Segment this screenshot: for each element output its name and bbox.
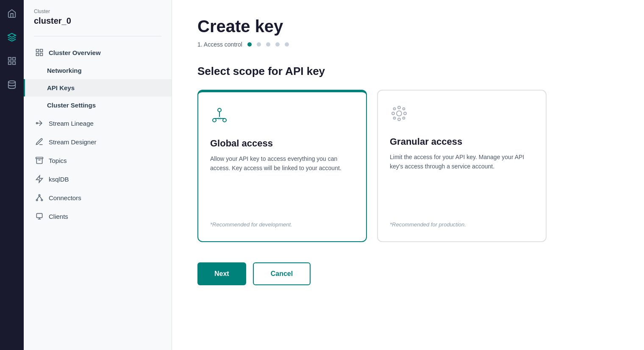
svg-point-14 xyxy=(39,195,40,196)
wizard-dot-4 xyxy=(275,42,280,47)
svg-rect-8 xyxy=(36,53,39,56)
svg-point-31 xyxy=(398,106,400,109)
sidebar-item-label: Stream Lineage xyxy=(49,120,94,127)
svg-rect-7 xyxy=(40,50,43,52)
sidebar-item-label: Networking xyxy=(47,67,82,74)
svg-point-37 xyxy=(394,117,396,119)
home-icon[interactable] xyxy=(5,7,19,20)
main-content: Create key 1. Access control Select scop… xyxy=(172,0,644,350)
svg-point-38 xyxy=(403,117,405,119)
global-access-card[interactable]: Global access Allow your API key to acce… xyxy=(197,90,367,242)
svg-point-24 xyxy=(223,119,226,122)
scope-cards: Global access Allow your API key to acce… xyxy=(197,90,619,242)
svg-point-23 xyxy=(213,119,216,122)
sidebar-item-connectors[interactable]: Connectors xyxy=(24,188,172,207)
svg-marker-0 xyxy=(8,33,16,37)
sidebar-nav: Cluster Overview Networking API Keys Clu… xyxy=(24,43,172,226)
sidebar-item-label: ksqlDB xyxy=(49,176,69,183)
topics-icon xyxy=(35,156,44,165)
sidebar-item-label: Topics xyxy=(49,157,67,164)
sidebar-item-label: Connectors xyxy=(49,194,81,201)
icon-rail xyxy=(0,0,24,350)
cancel-button[interactable]: Cancel xyxy=(253,262,311,285)
page-title: Create key xyxy=(197,17,619,36)
svg-rect-19 xyxy=(36,213,42,218)
sidebar-item-stream-designer[interactable]: Stream Designer xyxy=(24,132,172,151)
svg-rect-6 xyxy=(36,50,39,52)
sidebar-item-ksqldb[interactable]: ksqlDB xyxy=(24,170,172,188)
sidebar-item-networking[interactable]: Networking xyxy=(24,62,172,79)
grid-icon xyxy=(35,48,44,57)
wizard-step-label: 1. Access control xyxy=(197,41,242,48)
scope-title: Select scope for API key xyxy=(197,65,619,78)
sidebar-item-api-keys[interactable]: API Keys xyxy=(24,79,172,96)
sidebar-item-label: API Keys xyxy=(47,84,75,91)
global-access-icon xyxy=(210,106,354,126)
sidebar-item-label: Stream Designer xyxy=(49,138,97,146)
svg-rect-2 xyxy=(13,58,15,60)
granular-access-rec: *Recommended for production. xyxy=(390,221,534,228)
sidebar-item-stream-lineage[interactable]: Stream Lineage xyxy=(24,114,172,132)
next-button[interactable]: Next xyxy=(197,262,246,285)
sidebar-item-label: Cluster Settings xyxy=(47,102,96,109)
clients-icon xyxy=(35,212,44,220)
global-access-title: Global access xyxy=(210,138,354,149)
svg-point-36 xyxy=(403,108,405,110)
svg-point-33 xyxy=(392,112,394,115)
sidebar-item-label: Cluster Overview xyxy=(49,49,101,56)
svg-marker-13 xyxy=(36,176,43,183)
lineage-icon xyxy=(35,119,44,127)
svg-rect-11 xyxy=(36,157,43,159)
svg-rect-9 xyxy=(40,53,43,56)
svg-point-34 xyxy=(404,112,406,115)
sidebar-item-cluster-settings[interactable]: Cluster Settings xyxy=(24,96,172,114)
granular-access-title: Granular access xyxy=(390,136,534,147)
svg-rect-3 xyxy=(8,62,11,64)
wizard-dot-2 xyxy=(257,42,261,47)
database-icon[interactable] xyxy=(5,78,19,91)
sidebar: Cluster cluster_0 Cluster Overview Netwo… xyxy=(24,0,172,350)
granular-access-desc: Limit the access for your API key. Manag… xyxy=(390,152,534,211)
global-access-rec: *Recommended for development. xyxy=(210,221,354,228)
svg-point-5 xyxy=(8,81,16,83)
svg-point-15 xyxy=(36,199,38,201)
cluster-name: cluster_0 xyxy=(24,16,172,33)
sidebar-item-clients[interactable]: Clients xyxy=(24,207,172,226)
cluster-label: Cluster xyxy=(24,8,172,16)
layers-icon[interactable] xyxy=(5,30,19,44)
designer-icon xyxy=(35,138,44,146)
svg-rect-1 xyxy=(8,58,11,60)
svg-rect-4 xyxy=(13,62,15,64)
wizard-dot-1 xyxy=(247,42,252,47)
svg-point-35 xyxy=(394,108,396,110)
svg-point-30 xyxy=(397,111,402,116)
svg-point-32 xyxy=(398,118,400,121)
svg-line-17 xyxy=(37,196,39,199)
wizard-dot-3 xyxy=(266,42,270,47)
wizard-dot-5 xyxy=(285,42,289,47)
sidebar-divider xyxy=(34,36,161,36)
sidebar-item-cluster-overview[interactable]: Cluster Overview xyxy=(24,43,172,62)
svg-point-16 xyxy=(41,199,42,201)
svg-line-18 xyxy=(39,196,42,199)
ksql-icon xyxy=(35,175,44,183)
granular-access-card[interactable]: Granular access Limit the access for you… xyxy=(377,90,547,242)
roadmap-icon[interactable] xyxy=(5,54,19,68)
connectors-icon xyxy=(35,193,44,202)
global-access-desc: Allow your API key to access everything … xyxy=(210,154,354,211)
granular-access-icon xyxy=(390,104,534,124)
svg-point-22 xyxy=(218,108,221,112)
wizard-steps: 1. Access control xyxy=(197,41,619,48)
sidebar-item-label: Clients xyxy=(49,213,68,220)
sidebar-item-topics[interactable]: Topics xyxy=(24,151,172,170)
action-buttons: Next Cancel xyxy=(197,262,619,285)
